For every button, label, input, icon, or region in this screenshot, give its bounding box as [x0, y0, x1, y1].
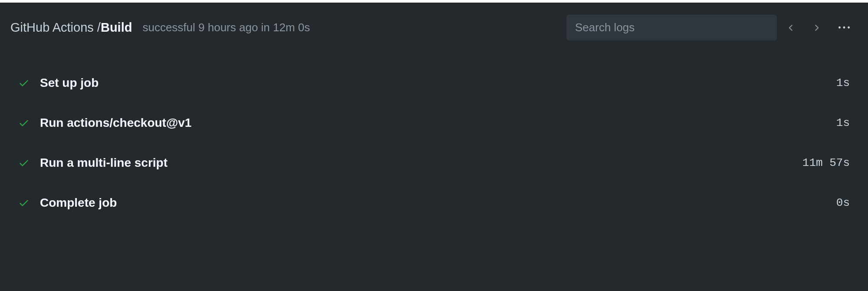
- log-header: GitHub Actions / Build successful 9 hour…: [0, 3, 868, 53]
- check-icon: [18, 77, 30, 89]
- next-button[interactable]: [806, 19, 827, 37]
- more-options-button[interactable]: [831, 18, 858, 38]
- step-row[interactable]: Run a multi-line script 11m 57s: [10, 143, 858, 183]
- steps-list: Set up job 1s Run actions/checkout@v1 1s…: [0, 53, 868, 223]
- search-logs-input[interactable]: [566, 15, 777, 40]
- step-name: Run actions/checkout@v1: [40, 116, 191, 130]
- chevron-left-icon: [786, 23, 796, 33]
- step-name: Run a multi-line script: [40, 156, 168, 170]
- step-duration: 1s: [836, 116, 850, 129]
- step-name: Complete job: [40, 196, 117, 210]
- header-controls: [566, 15, 858, 40]
- chevron-right-icon: [812, 23, 821, 33]
- check-icon: [18, 157, 30, 169]
- step-row[interactable]: Set up job 1s: [10, 63, 858, 103]
- step-row[interactable]: Complete job 0s: [10, 183, 858, 223]
- breadcrumb-current: Build: [101, 20, 132, 35]
- step-name: Set up job: [40, 76, 99, 90]
- step-duration: 1s: [836, 76, 850, 89]
- check-icon: [18, 197, 30, 208]
- step-duration: 11m 57s: [802, 156, 850, 169]
- prev-button[interactable]: [780, 19, 802, 37]
- step-duration: 0s: [836, 196, 850, 209]
- kebab-horizontal-icon: [838, 22, 850, 33]
- step-row[interactable]: Run actions/checkout@v1 1s: [10, 103, 858, 143]
- breadcrumb-prefix: GitHub Actions /: [10, 20, 101, 35]
- check-icon: [18, 117, 30, 129]
- breadcrumb: GitHub Actions / Build: [10, 20, 132, 35]
- actions-log-panel: GitHub Actions / Build successful 9 hour…: [0, 3, 868, 291]
- run-status-text: successful 9 hours ago in 12m 0s: [142, 21, 310, 34]
